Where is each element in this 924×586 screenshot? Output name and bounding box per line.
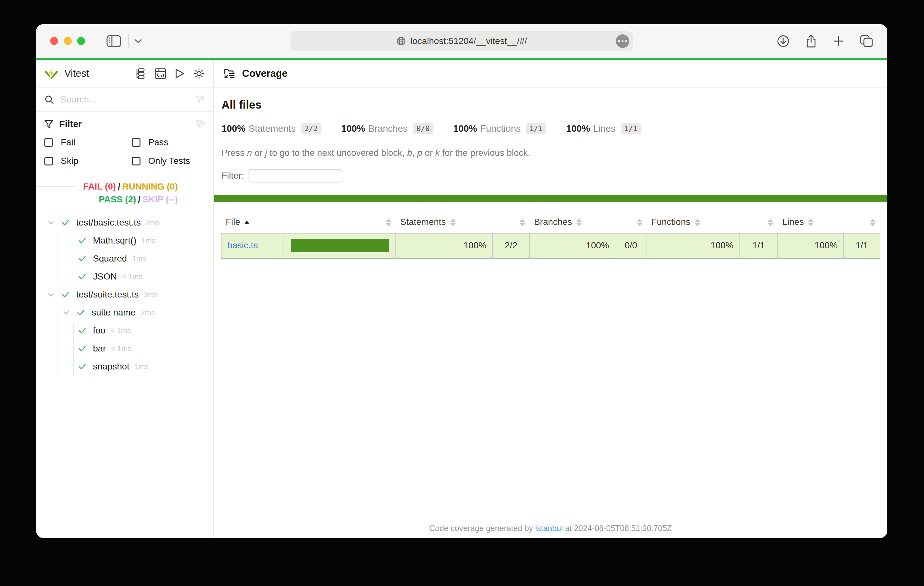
- check-icon: [61, 218, 70, 227]
- chevron-down-icon[interactable]: [46, 290, 56, 300]
- minimize-window-button[interactable]: [64, 37, 72, 45]
- sort-icon[interactable]: [520, 219, 525, 226]
- address-bar[interactable]: localhost:51204/__vitest__/#/: [290, 31, 633, 51]
- tree-item-basic-test-file[interactable]: test/basic.test.ts 2ms: [36, 214, 213, 232]
- new-tab-icon[interactable]: [833, 35, 844, 47]
- collapse-tests-icon[interactable]: [135, 68, 146, 79]
- coverage-timestamp: 2024-08-05T08:51:30.705Z: [574, 523, 672, 533]
- checkbox-fail[interactable]: Fail: [45, 137, 132, 148]
- file-link[interactable]: basic.ts: [227, 240, 258, 250]
- column-header-branches[interactable]: Branches: [530, 212, 615, 233]
- column-header-branches-fraction-sort[interactable]: [615, 212, 647, 233]
- fraction-badge: 1/1: [526, 123, 546, 134]
- search-input[interactable]: [61, 94, 195, 105]
- sidebar: Vitest: [36, 60, 214, 538]
- check-icon: [77, 344, 87, 353]
- column-header-functions-fraction-sort[interactable]: [740, 212, 778, 233]
- tree-item-suite-test-file[interactable]: test/suite.test.ts 3ms: [36, 286, 213, 304]
- istanbul-link[interactable]: istanbul: [535, 523, 563, 533]
- file-cell: basic.ts: [221, 233, 284, 258]
- check-icon: [77, 326, 87, 336]
- sort-icon[interactable]: [576, 219, 582, 226]
- checkbox-skip[interactable]: Skip: [45, 156, 132, 166]
- coverage-footer: Code coverage generated by istanbul at 2…: [214, 523, 887, 533]
- column-header-functions[interactable]: Functions: [647, 212, 740, 233]
- theme-toggle-icon[interactable]: [193, 68, 205, 79]
- main-panel: Coverage All files 100% Statements 2/2 1…: [214, 60, 887, 538]
- chevron-down-icon[interactable]: [61, 308, 71, 318]
- coverage-report: All files 100% Statements 2/2 100% Branc…: [214, 88, 887, 538]
- sort-icon[interactable]: [637, 219, 642, 226]
- column-header-statements[interactable]: Statements: [396, 212, 493, 233]
- chevron-down-icon[interactable]: [134, 39, 142, 44]
- downloads-icon[interactable]: [777, 35, 790, 48]
- sort-icon[interactable]: [450, 219, 455, 226]
- search-bar: [36, 88, 213, 112]
- tree-item-snapshot[interactable]: snapshot 1ms: [36, 357, 213, 375]
- metric-branches: 100% Branches 0/0: [341, 123, 433, 134]
- checkbox-pass[interactable]: Pass: [132, 137, 205, 148]
- metric-statements: 100% Statements 2/2: [221, 123, 321, 134]
- sort-icon[interactable]: [808, 219, 813, 226]
- column-header-lines[interactable]: Lines: [778, 212, 844, 233]
- clear-filter-icon[interactable]: [195, 120, 205, 129]
- coverage-report-icon: [223, 68, 236, 79]
- functions-fraction-cell: 1/1: [740, 233, 778, 258]
- metric-lines: 100% Lines 1/1: [566, 123, 641, 134]
- sort-icon[interactable]: [386, 219, 391, 226]
- tree-guide-line: [58, 306, 58, 375]
- close-window-button[interactable]: [50, 37, 58, 45]
- checkbox-fail-box[interactable]: [45, 138, 53, 147]
- check-icon: [77, 272, 87, 281]
- check-icon: [61, 290, 70, 300]
- zoom-window-button[interactable]: [77, 37, 85, 45]
- coverage-filter-input[interactable]: [249, 169, 342, 183]
- statements-pct-cell: 100%: [396, 233, 493, 258]
- tab-overview-icon[interactable]: [860, 35, 873, 48]
- sidebar-header: Vitest: [36, 60, 213, 88]
- checkbox-only-tests-box[interactable]: [132, 157, 140, 165]
- tree-item-squared[interactable]: Squared 1ms: [36, 250, 213, 268]
- column-header-bar-sort[interactable]: [284, 212, 396, 233]
- run-all-icon[interactable]: [175, 68, 185, 79]
- sort-icon[interactable]: [695, 219, 700, 226]
- tree-item-foo[interactable]: foo < 1ms: [36, 322, 213, 339]
- pass-count: PASS (2): [99, 194, 136, 204]
- tree-item-json[interactable]: JSON < 1ms: [36, 268, 213, 286]
- metric-functions: 100% Functions 1/1: [453, 123, 546, 134]
- chevron-down-icon[interactable]: [46, 218, 56, 227]
- check-icon: [77, 362, 87, 371]
- coverage-status-bar: [214, 195, 887, 202]
- search-icon: [45, 95, 54, 104]
- browser-window: localhost:51204/__vitest__/#/: [36, 24, 887, 538]
- page-title: Coverage: [242, 68, 287, 79]
- test-run-summary: FAIL (0)/RUNNING (0) PASS (2)/SKIP (--): [36, 180, 213, 206]
- checkbox-skip-box[interactable]: [45, 157, 53, 165]
- more-options-icon[interactable]: [616, 35, 630, 48]
- dashboard-icon[interactable]: [155, 68, 166, 79]
- lines-fraction-cell: 1/1: [844, 233, 880, 258]
- checkbox-only-tests[interactable]: Only Tests: [132, 156, 205, 166]
- clear-search-filter-icon[interactable]: [195, 95, 205, 104]
- column-header-statements-fraction-sort[interactable]: [493, 212, 530, 233]
- sort-icon[interactable]: [768, 219, 773, 226]
- tree-item-suite-name[interactable]: suite name 2ms: [36, 304, 213, 322]
- sort-icon[interactable]: [870, 219, 875, 226]
- tree-item-math-sqrt[interactable]: Math.sqrt() 1ms: [36, 232, 213, 250]
- fail-count: FAIL (0): [83, 181, 116, 191]
- share-icon[interactable]: [805, 34, 817, 48]
- coverage-bar-cell: [284, 233, 396, 258]
- tree-item-bar[interactable]: bar < 1ms: [36, 339, 213, 357]
- branches-pct-cell: 100%: [530, 233, 615, 258]
- checkbox-pass-box[interactable]: [132, 138, 140, 147]
- column-header-lines-fraction-sort[interactable]: [844, 212, 880, 233]
- coverage-table: File Statements Branches Functions Lines: [221, 212, 880, 258]
- running-count: RUNNING (0): [122, 181, 178, 191]
- keyboard-hint: Press n or j to go to the next uncovered…: [221, 148, 874, 158]
- functions-pct-cell: 100%: [647, 233, 740, 258]
- column-header-file[interactable]: File: [221, 212, 284, 233]
- sidebar-toggle-icon[interactable]: [106, 35, 121, 47]
- filter-icon: [45, 120, 53, 129]
- table-row: basic.ts 100% 2/2 100% 0/0 100% 1/1 100%…: [221, 233, 880, 258]
- test-tree: test/basic.test.ts 2ms Math.sqrt() 1ms S…: [36, 214, 213, 538]
